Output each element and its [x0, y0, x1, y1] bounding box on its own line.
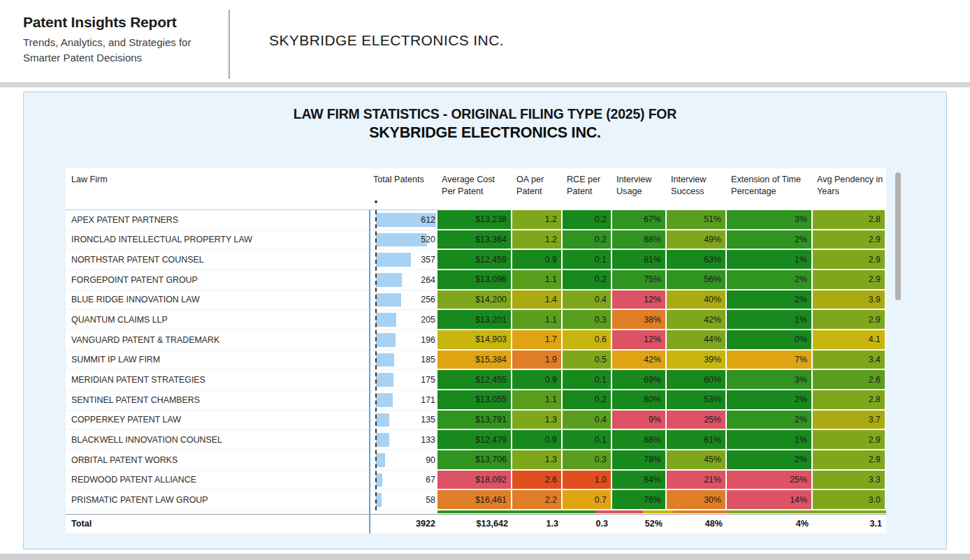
total-patents-cell[interactable]: 256	[369, 290, 437, 311]
table-row[interactable]: NORTHSTAR PATENT COUNSEL 357 $12,4590.90…	[66, 250, 886, 270]
total-patents-cell[interactable]: 90	[369, 450, 437, 471]
metric-cell[interactable]: 0.7	[563, 490, 612, 510]
law-firm-cell[interactable]: ORBITAL PATENT WORKS	[66, 450, 369, 471]
metric-cell[interactable]: 30%	[667, 490, 727, 510]
metric-cell[interactable]: 0.3	[563, 450, 612, 471]
metric-cell[interactable]: 3.7	[813, 411, 886, 431]
metric-cell[interactable]: $13,791	[437, 411, 512, 431]
metric-cell[interactable]: $12,455	[437, 370, 512, 390]
metric-cell[interactable]: 75%	[612, 270, 667, 290]
metric-cell[interactable]: 25%	[727, 471, 813, 491]
metric-cell[interactable]: 2.9	[813, 310, 886, 330]
metric-cell[interactable]: 0.9	[512, 250, 563, 270]
column-header-total-patents[interactable]: Total Patents ▼	[369, 168, 437, 210]
metric-cell[interactable]: 38%	[612, 310, 667, 330]
metric-cell[interactable]: 1.2	[512, 210, 563, 230]
metric-cell[interactable]: 9%	[612, 411, 667, 431]
metric-cell[interactable]: 88%	[612, 430, 667, 450]
total-row[interactable]: Total 3922 $13,642 1.3 0.3 52% 48% 4% 3.…	[66, 514, 886, 533]
total-patents-cell[interactable]: 175	[369, 370, 437, 390]
column-header-average-cost[interactable]: Average Cost Per Patent	[437, 168, 512, 210]
metric-cell[interactable]: $16,461	[437, 490, 512, 510]
metric-cell[interactable]: 42%	[612, 351, 667, 371]
metric-cell[interactable]: 0.5	[563, 351, 612, 371]
table-row[interactable]: APEX PATENT PARTNERS 612 $13,2381.20.267…	[66, 210, 886, 230]
law-firm-cell[interactable]: VANGUARD PATENT & TRADEMARK	[66, 330, 369, 351]
total-patents-cell[interactable]: 58	[369, 490, 437, 510]
metric-cell[interactable]: 3.0	[813, 490, 886, 510]
metric-cell[interactable]: 44%	[667, 330, 727, 351]
table-row[interactable]: IRONCLAD INTELLECTUAL PROPERTY LAW 520 $…	[66, 230, 886, 251]
metric-cell[interactable]: $13,706	[437, 450, 512, 471]
table-row[interactable]: REDWOOD PATENT ALLIANCE 67 $18,0922.61.0…	[66, 471, 886, 491]
metric-cell[interactable]: 0.2	[563, 390, 612, 411]
metric-cell[interactable]: 4.1	[813, 330, 886, 351]
column-header-extension-of-time[interactable]: Extension of Time Percentage	[727, 168, 813, 210]
metric-cell[interactable]: 61%	[667, 430, 727, 450]
column-header-interview-success[interactable]: Interview Success	[667, 168, 727, 210]
law-firm-cell[interactable]: REDWOOD PATENT ALLIANCE	[66, 471, 369, 491]
column-header-oa-per-patent[interactable]: OA per Patent	[512, 168, 563, 210]
metric-cell[interactable]: 0.1	[563, 430, 612, 450]
law-firm-cell[interactable]: BLUE RIDGE INNOVATION LAW	[66, 290, 369, 311]
metric-cell[interactable]: 49%	[667, 230, 727, 251]
metric-cell[interactable]: 2.9	[813, 430, 886, 450]
total-patents-cell[interactable]: 67	[369, 471, 437, 491]
metric-cell[interactable]: 1%	[727, 430, 813, 450]
law-firm-cell[interactable]: FORGEPOINT PATENT GROUP	[66, 270, 369, 290]
metric-cell[interactable]: 1.3	[512, 450, 563, 471]
metric-cell[interactable]: 0.9	[512, 430, 563, 450]
table-row[interactable]: VANGUARD PATENT & TRADEMARK 196 $14,9031…	[66, 330, 886, 351]
metric-cell[interactable]: $15,384	[437, 351, 512, 371]
law-firm-cell[interactable]: MERIDIAN PATENT STRATEGIES	[66, 370, 369, 390]
total-patents-cell[interactable]: 357	[369, 250, 437, 270]
table-row[interactable]: MERIDIAN PATENT STRATEGIES 175 $12,4550.…	[66, 370, 886, 390]
law-firm-cell[interactable]: QUANTUM CLAIMS LLP	[66, 310, 369, 330]
total-patents-cell[interactable]: 520	[369, 230, 437, 251]
metric-cell[interactable]: 2.8	[813, 210, 886, 230]
metric-cell[interactable]: $12,459	[437, 250, 512, 270]
metric-cell[interactable]: 1.1	[512, 390, 563, 411]
law-firm-cell[interactable]: IRONCLAD INTELLECTUAL PROPERTY LAW	[66, 230, 369, 251]
total-patents-cell[interactable]: 135	[369, 411, 437, 431]
metric-cell[interactable]: 1.7	[512, 330, 563, 351]
total-patents-cell[interactable]: 205	[369, 310, 437, 330]
metric-cell[interactable]: 60%	[667, 370, 727, 390]
metric-cell[interactable]: 2.8	[813, 390, 886, 411]
law-firm-cell[interactable]: APEX PATENT PARTNERS	[66, 210, 369, 230]
metric-cell[interactable]: 2%	[727, 230, 813, 251]
metric-cell[interactable]: 1%	[727, 310, 813, 330]
metric-cell[interactable]: 3.4	[813, 351, 886, 371]
total-patents-cell[interactable]: 264	[369, 270, 437, 290]
metric-cell[interactable]: 2.2	[512, 490, 563, 510]
metric-cell[interactable]: 0.3	[563, 310, 612, 330]
metric-cell[interactable]: 2%	[727, 290, 813, 311]
table-row[interactable]: FORGEPOINT PATENT GROUP 264 $13,0961.10.…	[66, 270, 886, 290]
metric-cell[interactable]: 14%	[727, 490, 813, 510]
metric-cell[interactable]: 56%	[667, 270, 727, 290]
metric-cell[interactable]: 1.9	[512, 351, 563, 371]
law-firm-cell[interactable]: SENTINEL PATENT CHAMBERS	[66, 390, 369, 411]
metric-cell[interactable]: 80%	[612, 390, 667, 411]
metric-cell[interactable]: 0.1	[563, 370, 612, 390]
metric-cell[interactable]: 1.1	[512, 310, 563, 330]
total-patents-cell[interactable]: 133	[369, 430, 437, 450]
total-patents-cell[interactable]: 171	[369, 390, 437, 411]
metric-cell[interactable]: $18,092	[437, 471, 512, 491]
law-firm-cell[interactable]: BLACKWELL INNOVATION COUNSEL	[66, 430, 369, 450]
metric-cell[interactable]: 21%	[667, 471, 727, 491]
metric-cell[interactable]: 53%	[667, 390, 727, 411]
law-firm-cell[interactable]: SUMMIT IP LAW FIRM	[66, 351, 369, 371]
metric-cell[interactable]: 0.1	[563, 250, 612, 270]
metric-cell[interactable]: 0%	[727, 330, 813, 351]
vertical-scrollbar[interactable]	[895, 169, 902, 533]
metric-cell[interactable]: $13,055	[437, 390, 512, 411]
metric-cell[interactable]: 42%	[667, 310, 727, 330]
metric-cell[interactable]: 3.3	[813, 471, 886, 491]
metric-cell[interactable]: 69%	[612, 370, 667, 390]
table-row[interactable]: COPPERKEY PATENT LAW 135 $13,7911.30.49%…	[66, 411, 886, 431]
table-row[interactable]: BLUE RIDGE INNOVATION LAW 256 $14,2001.4…	[66, 290, 886, 311]
metric-cell[interactable]: 1.3	[512, 411, 563, 431]
metric-cell[interactable]: 0.2	[563, 270, 612, 290]
metric-cell[interactable]: 2.9	[813, 230, 886, 251]
